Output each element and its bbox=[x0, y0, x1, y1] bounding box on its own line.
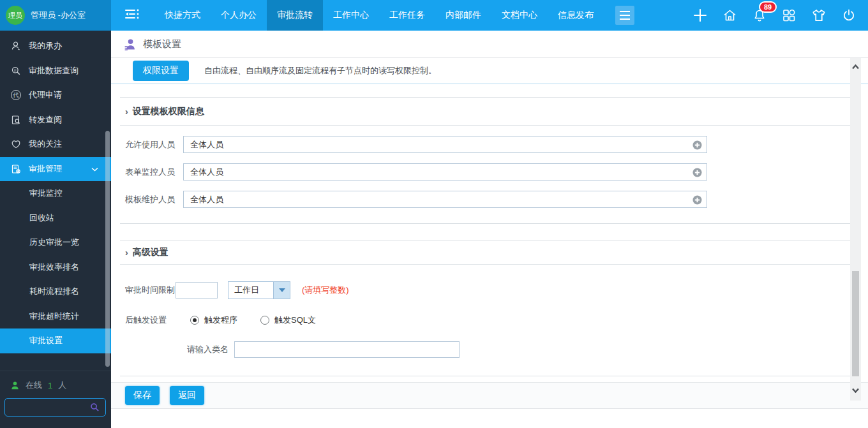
scroll-up-icon[interactable] bbox=[852, 64, 859, 70]
time-limit-input[interactable] bbox=[176, 282, 218, 299]
search-icon bbox=[90, 402, 100, 412]
user-name: 管理员 -办公室 bbox=[31, 10, 86, 21]
page-header: 模板设置 bbox=[111, 31, 868, 58]
sidebar-nav: 我的承办 审批数据查询 代 代理申请 转发查阅 我的关注 bbox=[0, 31, 111, 353]
section-title: 设置模板权限信息 bbox=[133, 106, 204, 117]
sidebar-item-forward-review[interactable]: 转发查阅 bbox=[0, 108, 111, 133]
trigger-radio-group: 触发程序 触发SQL文 bbox=[190, 314, 316, 326]
radio-icon[interactable] bbox=[190, 316, 199, 325]
hamburger-icon bbox=[620, 11, 630, 12]
more-menu-button[interactable] bbox=[615, 6, 634, 25]
field-row-post-trigger: 后触发设置 触发程序 触发SQL文 bbox=[125, 314, 850, 327]
sidebar-subitem-history-overview[interactable]: 历史审批一览 bbox=[0, 230, 111, 255]
field-row-allowed-users: 允许使用人员 全体人员 bbox=[125, 136, 850, 153]
add-member-icon[interactable] bbox=[692, 168, 702, 179]
field-row-time-limit: 审批时间限制 工作日 (请填写整数) bbox=[125, 281, 850, 299]
template-maintainers-picker[interactable]: 全体人员 bbox=[183, 191, 707, 208]
sidebar-subitem-efficiency-ranking[interactable]: 审批效率排名 bbox=[0, 255, 111, 280]
power-icon bbox=[841, 8, 857, 23]
select-arrow-button[interactable] bbox=[273, 282, 290, 299]
section-header: › 设置模板权限信息 bbox=[120, 98, 850, 126]
user-area[interactable]: 理员 管理员 -办公室 bbox=[0, 0, 111, 31]
sidebar-scrollbar-thumb[interactable] bbox=[105, 131, 110, 367]
form-monitors-picker[interactable]: 全体人员 bbox=[183, 163, 707, 181]
home-button[interactable] bbox=[722, 8, 738, 23]
topbar-icons: 89 bbox=[692, 0, 868, 31]
allowed-users-value: 全体人员 bbox=[190, 139, 223, 151]
collapse-menu-icon[interactable] bbox=[124, 7, 140, 24]
time-unit-value: 工作日 bbox=[228, 282, 273, 299]
save-button[interactable]: 保存 bbox=[125, 386, 160, 405]
tshirt-icon bbox=[811, 8, 827, 23]
notifications-button[interactable]: 89 bbox=[752, 8, 767, 24]
sidebar-item-my-follows[interactable]: 我的关注 bbox=[0, 132, 111, 157]
field-label: 后触发设置 bbox=[125, 314, 176, 326]
sidebar-item-approval-management[interactable]: 审批管理 bbox=[0, 157, 111, 182]
footer-bar: 保存 返回 bbox=[111, 382, 868, 409]
sidebar-subitem-approval-monitor[interactable]: 审批监控 bbox=[0, 181, 111, 206]
sidebar-subitem-overdue-statistics[interactable]: 审批超时统计 bbox=[0, 304, 111, 329]
time-unit-select[interactable]: 工作日 bbox=[228, 281, 290, 299]
add-member-icon[interactable] bbox=[692, 140, 702, 152]
tab-description: 自由流程、自由顺序流及固定流程有子节点时的读写权限控制。 bbox=[204, 65, 437, 77]
sidebar-subitem-recycle-bin[interactable]: 回收站 bbox=[0, 206, 111, 231]
sidebar-item-label: 审批数据查询 bbox=[29, 65, 79, 77]
field-label: 允许使用人员 bbox=[125, 139, 183, 151]
apps-button[interactable] bbox=[781, 8, 797, 23]
field-label: 请输入类名 bbox=[187, 344, 234, 355]
time-limit-note: (请填写整数) bbox=[302, 284, 349, 296]
nav-item-info-publish[interactable]: 信息发布 bbox=[548, 0, 604, 31]
nav-item-work-center[interactable]: 工作中心 bbox=[323, 0, 379, 31]
doc-search-icon bbox=[11, 115, 21, 125]
doc-gear-icon bbox=[11, 164, 21, 174]
online-person-icon bbox=[10, 381, 20, 390]
heart-icon bbox=[11, 139, 21, 149]
nav-item-internal-mail[interactable]: 内部邮件 bbox=[435, 0, 491, 31]
section-marker-icon: › bbox=[125, 107, 128, 117]
nav-item-document-center[interactable]: 文档中心 bbox=[491, 0, 548, 31]
logout-button[interactable] bbox=[841, 8, 857, 23]
app-grid-icon bbox=[781, 8, 797, 23]
nav-item-shortcuts[interactable]: 快捷方式 bbox=[154, 0, 211, 31]
sidebar-subitem-approval-settings[interactable]: 审批设置 bbox=[0, 328, 111, 353]
radio-icon[interactable] bbox=[260, 316, 269, 325]
body-row: 我的承办 审批数据查询 代 代理申请 转发查阅 我的关注 bbox=[0, 31, 868, 428]
sidebar-item-label: 转发查阅 bbox=[29, 114, 62, 126]
classname-input[interactable] bbox=[234, 341, 460, 358]
content-scrollbar[interactable] bbox=[850, 58, 861, 401]
permission-settings-tab-button[interactable]: 权限设置 bbox=[133, 61, 189, 81]
sidebar-subitem-time-consuming-ranking[interactable]: 耗时流程排名 bbox=[0, 279, 111, 304]
sidebar-item-approval-data-query[interactable]: 审批数据查询 bbox=[0, 59, 111, 84]
nav-item-personal-office[interactable]: 个人办公 bbox=[211, 0, 267, 31]
theme-button[interactable] bbox=[811, 8, 827, 23]
add-member-icon[interactable] bbox=[692, 195, 702, 207]
section-title: 高级设置 bbox=[133, 247, 168, 258]
online-unit: 人 bbox=[58, 380, 66, 391]
sidebar-bottom: 在线 1 人 bbox=[0, 371, 111, 428]
plus-icon bbox=[692, 8, 708, 23]
allowed-users-picker[interactable]: 全体人员 bbox=[183, 136, 707, 153]
sidebar-item-agent-request[interactable]: 代 代理申请 bbox=[0, 83, 111, 108]
avatar[interactable]: 理员 bbox=[6, 6, 25, 25]
chevron-down-icon bbox=[91, 164, 98, 173]
app-window: 理员 管理员 -办公室 快捷方式 个人办公 审批流转 工作中心 工作任务 内部邮… bbox=[0, 0, 868, 428]
chevron-down-icon bbox=[279, 288, 285, 292]
sidebar-item-my-tasks[interactable]: 我的承办 bbox=[0, 34, 111, 59]
radio-label: 触发SQL文 bbox=[274, 314, 316, 326]
nav-item-approval-flow[interactable]: 审批流转 bbox=[267, 0, 323, 31]
template-maintainers-value: 全体人员 bbox=[190, 194, 223, 205]
back-button[interactable]: 返回 bbox=[170, 386, 204, 405]
field-row-template-maintainers: 模板维护人员 全体人员 bbox=[125, 191, 850, 208]
radio-trigger-program[interactable]: 触发程序 bbox=[190, 314, 237, 326]
scroll-down-icon[interactable] bbox=[852, 388, 859, 393]
sidebar-item-label: 我的关注 bbox=[29, 138, 62, 150]
nav-item-work-tasks[interactable]: 工作任务 bbox=[379, 0, 435, 31]
section-header: › 高级设置 bbox=[120, 240, 850, 265]
new-item-button[interactable] bbox=[692, 8, 708, 23]
section-advanced-settings: › 高级设置 审批时间限制 工作日 (请填写整数) 后触发设置 bbox=[120, 240, 850, 376]
search-icon bbox=[11, 66, 21, 76]
scrollbar-thumb[interactable] bbox=[852, 271, 859, 376]
radio-trigger-sql[interactable]: 触发SQL文 bbox=[260, 314, 316, 326]
sidebar-item-label: 审批管理 bbox=[29, 163, 62, 175]
person-icon bbox=[11, 41, 21, 51]
